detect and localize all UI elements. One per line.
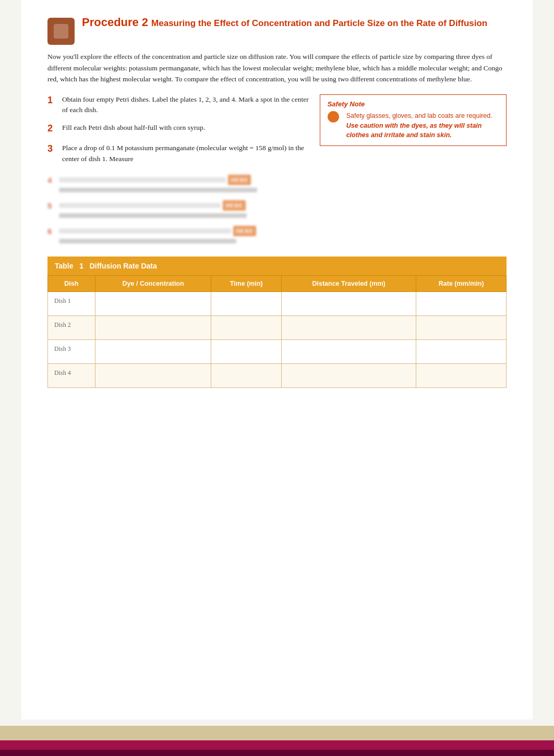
safety-text: Safety glasses, gloves, and lab coats ar… (346, 111, 499, 140)
title-block: Procedure 2 Measuring the Effect of Conc… (82, 16, 507, 30)
safety-text-italic: Use caution with the dyes, as they will … (346, 122, 482, 139)
row3-rate (416, 339, 507, 363)
blurred-text-4: HERE (59, 175, 507, 195)
safety-title: Safety Note (328, 100, 499, 108)
row4-time (211, 363, 281, 387)
col-header-rate: Rate (mm/min) (416, 275, 507, 291)
row1-rate (416, 291, 507, 315)
blurred-steps-section: 4 HERE 5 HERE 6 (47, 175, 507, 246)
bottom-bars (0, 726, 554, 756)
blurred-step-6: 6 HERE (47, 226, 507, 246)
bottom-dark-bar (0, 750, 554, 756)
step-2: 2 Fill each Petri dish about half-full w… (47, 123, 309, 136)
row1-dish: Dish 1 (48, 291, 95, 315)
table-row: Dish 4 (48, 363, 507, 387)
procedure-title: Measuring the Effect of Concentration an… (151, 18, 487, 29)
col-header-dye: Dye / Concentration (95, 275, 211, 291)
step-1-number: 1 (47, 93, 62, 107)
table-row: Dish 2 (48, 315, 507, 339)
procedure-label: Procedure (82, 16, 139, 29)
safety-box: Safety Note Safety glasses, gloves, and … (320, 94, 507, 146)
steps-safety-section: 1 Obtain four empty Petri dishes. Label … (47, 94, 507, 172)
row3-time (211, 339, 281, 363)
row2-dish: Dish 2 (48, 315, 95, 339)
bottom-crimson-bar (0, 740, 554, 750)
title-line: Procedure 2 Measuring the Effect of Conc… (82, 16, 507, 29)
row3-dish: Dish 3 (48, 339, 95, 363)
row4-dye (95, 363, 211, 387)
row4-dish: Dish 4 (48, 363, 95, 387)
blurred-step-5-number: 5 (47, 200, 59, 212)
blurred-text-5: HERE (59, 200, 507, 221)
blurred-step-4-number: 4 (47, 175, 59, 187)
safety-column: Safety Note Safety glasses, gloves, and … (320, 94, 507, 146)
row2-distance (281, 315, 416, 339)
blurred-badge-6: HERE (233, 226, 256, 236)
table-title-label: Table (55, 262, 74, 270)
table-row: Dish 3 (48, 339, 507, 363)
row2-rate (416, 315, 507, 339)
step-3-number: 3 (47, 142, 62, 156)
row3-dye (95, 339, 211, 363)
row4-rate (416, 363, 507, 387)
intro-paragraph: Now you'll explore the effects of the co… (47, 51, 507, 85)
col-header-dish: Dish (48, 275, 95, 291)
blurred-step-6-number: 6 (47, 226, 59, 238)
step-2-number: 2 (47, 121, 62, 136)
row1-dye (95, 291, 211, 315)
data-table: Dish Dye / Concentration Time (min) Dist… (47, 275, 507, 388)
table-section: Table 1 Diffusion Rate Data Dish Dye / C… (47, 257, 507, 388)
procedure-icon (47, 18, 75, 45)
row1-distance (281, 291, 416, 315)
table-row: Dish 1 (48, 291, 507, 315)
step-3: 3 Place a drop of 0.1 M potassium perman… (47, 143, 309, 164)
table-title-number: 1 (79, 262, 83, 270)
table-title-text: Diffusion Rate Data (90, 262, 157, 270)
safety-icon (328, 111, 339, 123)
table-title-bar: Table 1 Diffusion Rate Data (47, 257, 507, 275)
steps-column: 1 Obtain four empty Petri dishes. Label … (47, 94, 309, 172)
blurred-step-4: 4 HERE (47, 175, 507, 195)
page-content: Procedure 2 Measuring the Effect of Conc… (21, 0, 533, 720)
blurred-text-6: HERE (59, 226, 507, 246)
col-header-distance: Distance Traveled (mm) (281, 275, 416, 291)
row2-dye (95, 315, 211, 339)
step-1-text: Obtain four empty Petri dishes. Label th… (62, 94, 309, 116)
row4-distance (281, 363, 416, 387)
row3-distance (281, 339, 416, 363)
table-header-row: Dish Dye / Concentration Time (min) Dist… (48, 275, 507, 291)
procedure-header: Procedure 2 Measuring the Effect of Conc… (47, 16, 507, 43)
blurred-step-5: 5 HERE (47, 200, 507, 221)
col-header-time: Time (min) (211, 275, 281, 291)
row2-time (211, 315, 281, 339)
row1-time (211, 291, 281, 315)
step-3-text: Place a drop of 0.1 M potassium permanga… (62, 143, 309, 164)
step-2-text: Fill each Petri dish about half-full wit… (62, 123, 309, 133)
step-1: 1 Obtain four empty Petri dishes. Label … (47, 94, 309, 116)
blurred-badge-5: HERE (223, 200, 246, 211)
procedure-number: 2 (142, 16, 148, 29)
bottom-tan-bar (0, 726, 554, 740)
safety-content: Safety glasses, gloves, and lab coats ar… (328, 111, 499, 140)
blurred-badge-4: HERE (228, 175, 251, 185)
safety-text-main: Safety glasses, gloves, and lab coats ar… (346, 112, 492, 119)
